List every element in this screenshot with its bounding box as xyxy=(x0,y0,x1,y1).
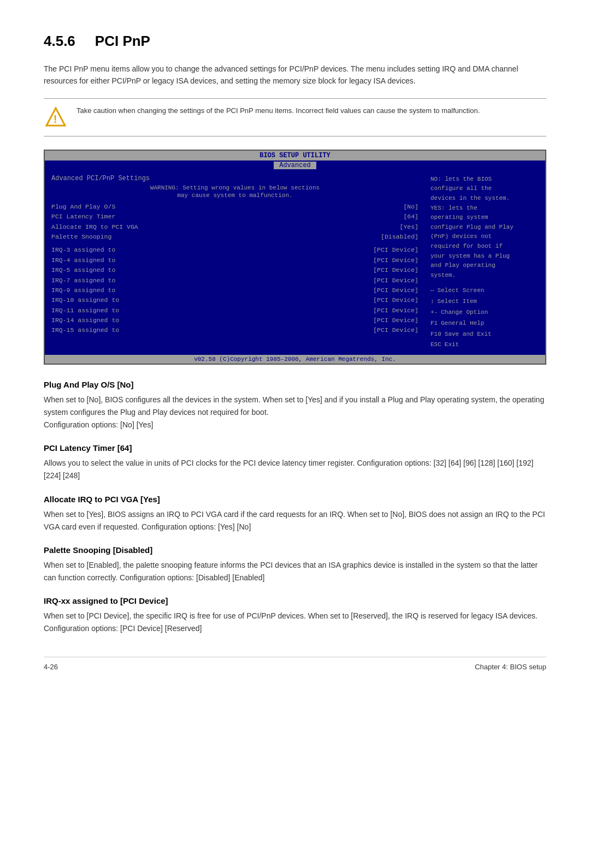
subsection-title-palette: Palette Snooping [Disabled] xyxy=(44,545,546,555)
bios-footer: v02.58 (C)Copyright 1985-2006, American … xyxy=(45,355,545,364)
bios-right-panel: NO: lets the BIOS configure all the devi… xyxy=(425,173,545,353)
warning-icon: ! xyxy=(44,105,68,129)
bios-irq-7: IRQ-7 assigned to[PCI Device] xyxy=(51,276,418,286)
subsection-text-irq: When set to [PCI Device], the specific I… xyxy=(44,610,546,635)
subsection-text-plug: When set to [No], BIOS configures all th… xyxy=(44,394,546,431)
bios-warning-line1: WARNING: Setting wrong values in below s… xyxy=(51,185,418,191)
subsection-title-plug: Plug And Play O/S [No] xyxy=(44,380,546,389)
bios-item-palette: Palette Snooping [Disabled] xyxy=(51,232,418,242)
bios-irq-11: IRQ-11 assigned to[PCI Device] xyxy=(51,306,418,316)
bios-left-header: Advanced PCI/PnP Settings xyxy=(51,175,418,182)
subsection-text-allocate: When set to [Yes], BIOS assigns an IRQ t… xyxy=(44,508,546,533)
page-footer: 4-26 Chapter 4: BIOS setup xyxy=(44,657,546,671)
bios-right-description: NO: lets the BIOS configure all the devi… xyxy=(430,175,540,281)
bios-title-bar: BIOS SETUP UTILITY xyxy=(45,151,545,160)
section-title: PCI PnP xyxy=(95,33,150,50)
bios-item-val-plug: [No] xyxy=(403,202,418,212)
bios-item-plug: Plug And Play O/S [No] xyxy=(51,202,418,212)
subsection-pci-latency: PCI Latency Timer [64] Allows you to sel… xyxy=(44,443,546,482)
bios-item-val-latency: [64] xyxy=(403,212,418,222)
subsection-palette: Palette Snooping [Disabled] When set to … xyxy=(44,545,546,584)
intro-paragraph: The PCI PnP menu items allow you to chan… xyxy=(44,63,546,87)
footer-chapter: Chapter 4: BIOS setup xyxy=(475,663,546,671)
subsections-container: Plug And Play O/S [No] When set to [No],… xyxy=(44,380,546,635)
subsection-title-irq: IRQ-xx assigned to [PCI Device] xyxy=(44,596,546,605)
footer-page-number: 4-26 xyxy=(44,663,58,671)
svg-text:!: ! xyxy=(54,113,57,125)
bios-item-key-palette: Palette Snooping xyxy=(51,232,111,242)
bios-item-val-palette: [Disabled] xyxy=(381,232,418,242)
bios-warning-line2: may cause system to malfunction. xyxy=(51,192,418,199)
subsection-plug-and-play: Plug And Play O/S [No] When set to [No],… xyxy=(44,380,546,431)
bios-tab-advanced[interactable]: Advanced xyxy=(274,162,316,169)
subsection-title-allocate: Allocate IRQ to PCI VGA [Yes] xyxy=(44,495,546,504)
subsection-title-latency: PCI Latency Timer [64] xyxy=(44,443,546,453)
bios-screen: BIOS SETUP UTILITY Advanced Advanced PCI… xyxy=(44,150,546,365)
bios-irq-14: IRQ-14 assigned to[PCI Device] xyxy=(51,316,418,325)
bios-item-latency: PCI Latency Timer [64] xyxy=(51,212,418,222)
bios-irq-3: IRQ-3 assigned to[PCI Device] xyxy=(51,245,418,255)
bios-item-key-plug: Plug And Play O/S xyxy=(51,202,115,212)
bios-item-irq-vga: Allocate IRQ to PCI VGA [Yes] xyxy=(51,222,418,232)
bios-left-panel: Advanced PCI/PnP Settings WARNING: Setti… xyxy=(45,173,425,353)
bios-item-key-latency: PCI Latency Timer xyxy=(51,212,115,222)
bios-irq-5: IRQ-5 assigned to[PCI Device] xyxy=(51,265,418,275)
bios-item-val-irq-vga: [Yes] xyxy=(399,222,418,232)
bios-item-key-irq-vga: Allocate IRQ to PCI VGA xyxy=(51,222,138,232)
bios-irq-4: IRQ-4 assigned to[PCI Device] xyxy=(51,255,418,265)
subsection-text-latency: Allows you to select the value in units … xyxy=(44,457,546,482)
subsection-irq-assigned: IRQ-xx assigned to [PCI Device] When set… xyxy=(44,596,546,635)
section-number: 4.5.6 xyxy=(44,33,75,50)
warning-text: Take caution when changing the settings … xyxy=(76,105,480,117)
subsection-text-palette: When set to [Enabled], the palette snoop… xyxy=(44,559,546,584)
bios-irq-9: IRQ-9 assigned to[PCI Device] xyxy=(51,286,418,295)
warning-box: ! Take caution when changing the setting… xyxy=(44,98,546,136)
bios-keys: ↔Select Screen ↕Select Item +-Change Opt… xyxy=(430,286,540,350)
bios-tab-bar: Advanced xyxy=(45,160,545,170)
bios-irq-15: IRQ-15 assigned to[PCI Device] xyxy=(51,325,418,335)
bios-irq-10: IRQ-10 assigned to[PCI Device] xyxy=(51,295,418,305)
subsection-allocate-irq: Allocate IRQ to PCI VGA [Yes] When set t… xyxy=(44,495,546,533)
